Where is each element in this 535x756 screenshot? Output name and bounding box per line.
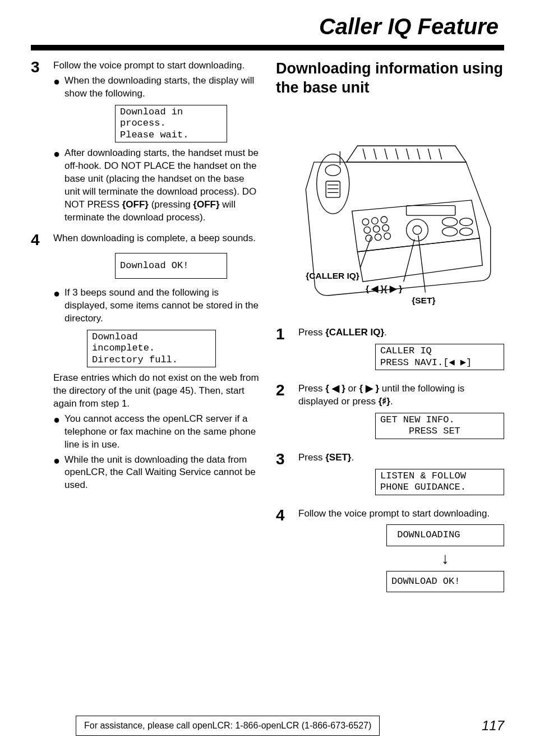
step-text: Press {SET}. (298, 451, 504, 464)
header-title: Caller IQ Feature (319, 14, 499, 39)
svg-point-12 (373, 225, 380, 232)
right-arrow-key: { ▶ } (359, 383, 379, 394)
svg-point-15 (375, 234, 381, 241)
page-footer: For assistance, please call openLCR: 1-8… (31, 716, 504, 736)
lcd-display: Download incomplete. Directory full. (87, 330, 216, 367)
off-key: {OFF} (193, 199, 219, 210)
step-text: Follow the voice prompt to start downloa… (53, 59, 259, 72)
lcd-display: DOWNLOADING (386, 524, 504, 546)
bullet-icon: ● (53, 147, 60, 224)
label-set: {SET} (412, 296, 435, 305)
page-header: Caller IQ Feature (31, 11, 504, 50)
bullet-text: You cannot access the openLCR server if … (64, 413, 259, 451)
left-arrow-key: { ◀ } (325, 383, 345, 394)
hash-key: {♯} (379, 396, 390, 407)
svg-point-11 (364, 227, 371, 233)
step-number: 2 (276, 382, 288, 444)
step-number: 1 (276, 326, 288, 375)
page-number: 117 (482, 717, 504, 735)
left-step-4: 4 When downloading is complete, a beep s… (31, 232, 259, 492)
svg-point-8 (362, 218, 369, 225)
step-text: Follow the voice prompt to start downloa… (298, 508, 504, 520)
svg-point-0 (317, 154, 349, 214)
left-column: 3 Follow the voice prompt to start downl… (31, 59, 259, 605)
svg-point-9 (372, 217, 379, 224)
svg-point-10 (381, 216, 388, 223)
bullet-text: After downloading starts, the handset mu… (64, 147, 259, 224)
caller-iq-key: {CALLER IQ} (325, 327, 384, 338)
step-number: 3 (276, 451, 288, 500)
lcd-display: DOWNLOAD OK! (386, 571, 504, 592)
svg-point-16 (384, 233, 391, 239)
bullet-text: When the downloading starts, the display… (64, 75, 259, 100)
svg-point-21 (460, 218, 473, 225)
step-text: Press { ◀ } or { ▶ } until the following… (298, 382, 504, 408)
label-caller-iq: {CALLER IQ} (306, 271, 359, 280)
label-nav: { ◀ }{ ▶ } (366, 283, 402, 293)
svg-point-19 (442, 217, 458, 226)
bullet-icon: ● (53, 75, 60, 100)
right-step-3: 3 Press {SET}. LISTEN & FOLLOW PHONE GUI… (276, 451, 504, 500)
svg-rect-7 (407, 205, 455, 215)
bullet-icon: ● (53, 454, 60, 492)
svg-line-23 (360, 237, 371, 268)
step-number: 4 (276, 508, 288, 597)
svg-point-17 (407, 219, 428, 241)
base-unit-illustration: {CALLER IQ} { ◀ }{ ▶ } {SET} (276, 110, 504, 323)
step-text: Press {CALLER IQ}. (298, 326, 504, 339)
lcd-display: GET NEW INFO. PRESS SET (375, 413, 504, 439)
svg-point-18 (413, 225, 422, 234)
svg-point-14 (366, 234, 372, 241)
right-step-4: 4 Follow the voice prompt to start downl… (276, 508, 504, 597)
svg-point-1 (325, 164, 340, 175)
off-key: {OFF} (122, 199, 149, 210)
section-title: Downloading information using the base u… (276, 59, 504, 98)
set-key: {SET} (325, 452, 351, 463)
lcd-display: Download in process. Please wait. (115, 105, 227, 142)
bullet-icon: ● (53, 287, 60, 325)
lcd-display: Download OK! (115, 253, 227, 279)
step-text: When downloading is complete, a beep sou… (53, 232, 259, 245)
right-column: Downloading information using the base u… (276, 59, 504, 605)
svg-rect-2 (326, 181, 340, 197)
bullet-text: While the unit is downloading the data f… (64, 454, 259, 492)
bullet-icon: ● (53, 413, 60, 451)
right-step-2: 2 Press { ◀ } or { ▶ } until the followi… (276, 382, 504, 444)
svg-point-22 (460, 228, 473, 236)
step-number: 3 (31, 59, 43, 224)
left-step-3: 3 Follow the voice prompt to start downl… (31, 59, 259, 224)
lcd-display: LISTEN & FOLLOW PHONE GUIDANCE. (375, 469, 504, 495)
svg-point-13 (382, 224, 389, 231)
paragraph: Erase entries which do not exist on the … (53, 372, 259, 411)
bullet-text: If 3 beeps sound and the following is di… (64, 287, 259, 325)
right-step-1: 1 Press {CALLER IQ}. CALLER IQ PRESS NAV… (276, 326, 504, 375)
down-arrow-icon: ↓ (386, 551, 504, 566)
step-number: 4 (31, 232, 43, 492)
footer-assistance: For assistance, please call openLCR: 1-8… (76, 716, 380, 736)
svg-point-20 (442, 227, 458, 236)
lcd-display: CALLER IQ PRESS NAVI.[◀ ▶] (375, 344, 504, 370)
